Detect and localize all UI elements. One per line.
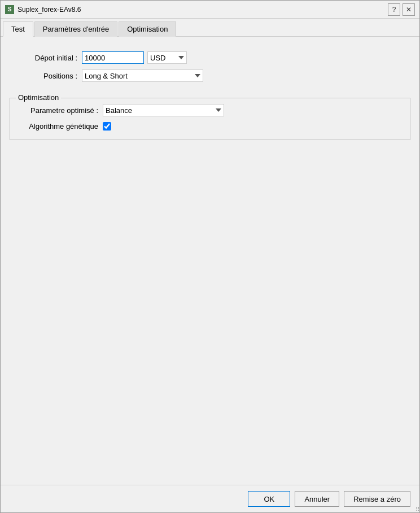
annuler-button[interactable]: Annuler: [295, 491, 339, 507]
positions-controls: Long & Short Long Only Short Only: [82, 69, 203, 82]
ok-button[interactable]: OK: [248, 491, 290, 507]
depot-controls: USD EUR GBP: [82, 51, 187, 64]
content-area: Dépot initial : USD EUR GBP Positions : …: [1, 37, 419, 485]
tab-test[interactable]: Test: [3, 21, 33, 37]
title-bar: S Suplex_forex-EAv8.6 ? ✕: [1, 1, 419, 19]
parametre-label: Parametre optimisé :: [19, 106, 98, 115]
main-window: S Suplex_forex-EAv8.6 ? ✕ Test Paramètre…: [0, 0, 420, 513]
tab-bar: Test Paramètres d'entrée Optimisation: [1, 19, 419, 37]
depot-row: Dépot initial : USD EUR GBP: [10, 51, 410, 64]
depot-label: Dépot initial :: [10, 54, 77, 62]
parametre-select[interactable]: Balance Profit Drawdown: [103, 104, 224, 116]
currency-select[interactable]: USD EUR GBP: [147, 51, 187, 64]
depot-input[interactable]: [82, 51, 144, 64]
form-section: Dépot initial : USD EUR GBP Positions : …: [10, 46, 410, 93]
tab-optimisation[interactable]: Optimisation: [119, 21, 176, 37]
title-bar-left: S Suplex_forex-EAv8.6: [5, 5, 81, 14]
footer: OK Annuler Remise a zéro: [1, 485, 419, 512]
resize-grip[interactable]: ⠿: [413, 506, 419, 512]
algorithme-row: Algorithme génétique: [19, 122, 401, 131]
close-button[interactable]: ✕: [403, 3, 415, 16]
positions-select[interactable]: Long & Short Long Only Short Only: [82, 69, 203, 82]
app-icon: S: [5, 5, 14, 14]
parametre-row: Parametre optimisé : Balance Profit Draw…: [19, 104, 401, 116]
remise-button[interactable]: Remise a zéro: [344, 491, 410, 507]
window-title: Suplex_forex-EAv8.6: [18, 6, 81, 14]
algorithme-label: Algorithme génétique: [19, 122, 98, 131]
optimisation-legend: Optimisation: [16, 93, 61, 102]
help-button[interactable]: ?: [388, 3, 400, 16]
title-buttons: ? ✕: [388, 3, 415, 16]
tab-params[interactable]: Paramètres d'entrée: [34, 21, 117, 37]
algorithme-checkbox[interactable]: [103, 122, 111, 131]
positions-row: Positions : Long & Short Long Only Short…: [10, 69, 410, 82]
algorithme-checkbox-wrapper: [103, 122, 111, 131]
optimisation-group: Optimisation Parametre optimisé : Balanc…: [10, 98, 410, 140]
resize-dots: ⠿: [415, 507, 419, 512]
positions-label: Positions :: [10, 72, 77, 80]
